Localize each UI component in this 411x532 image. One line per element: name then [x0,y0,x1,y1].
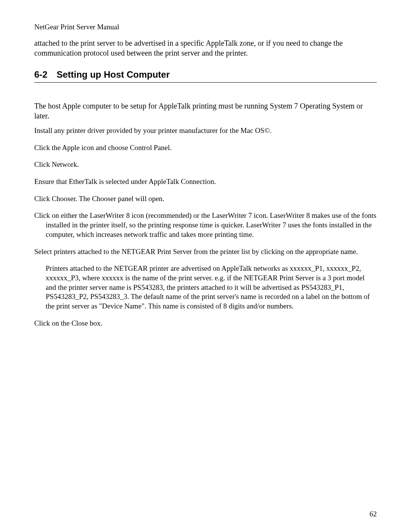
section-heading: 6-2Setting up Host Computer [34,69,377,83]
step-2: Click the Apple icon and choose Control … [34,143,377,153]
step-7: Select printers attached to the NETGEAR … [34,247,377,257]
step-1: Install any printer driver provided by y… [34,126,377,136]
document-header-title: NetGear Print Server Manual [34,23,377,31]
step-7-subparagraph: Printers attached to the NETGEAR printer… [46,264,377,311]
section-number: 6-2 [34,69,48,80]
body-paragraph-1: The host Apple computer to be setup for … [34,101,377,121]
section-title: Setting up Host Computer [57,69,170,80]
intro-paragraph: attached to the print server to be adver… [34,38,377,58]
step-5: Click Chooser. The Chooser panel will op… [34,194,377,204]
step-6: Click on either the LaserWriter 8 icon (… [34,211,377,239]
document-page: NetGear Print Server Manual attached to … [0,0,411,532]
step-3: Click Network. [34,160,377,169]
step-4: Ensure that EtherTalk is selected under … [34,177,377,187]
page-number: 62 [370,510,377,518]
step-8: Click on the Close box. [34,319,377,328]
